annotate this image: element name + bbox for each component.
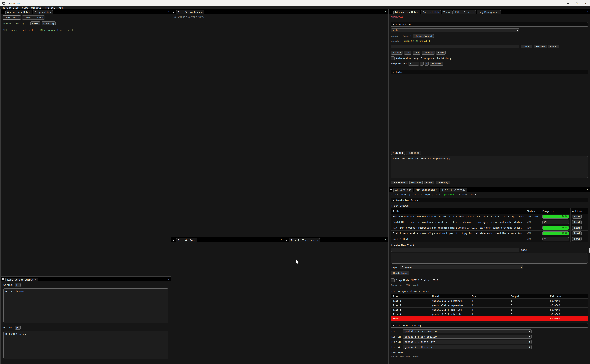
tier4-model-select[interactable]: gemini-2.5-flash-lite ▼ [403, 345, 532, 349]
delete-button[interactable]: Delete [548, 45, 559, 48]
tab-files-media[interactable]: Files & Media [453, 10, 476, 14]
dock-menu-icon[interactable] [390, 189, 392, 191]
message-textarea[interactable]: Read the first 10 lines of aggregate.py. [391, 156, 588, 178]
menu-view[interactable]: View [22, 6, 28, 9]
panel-close-icon[interactable]: ✕ [167, 10, 170, 13]
dock-menu-icon[interactable] [285, 239, 287, 241]
panel-close-icon[interactable]: ✕ [167, 278, 170, 280]
dock-menu-icon[interactable] [390, 11, 392, 13]
maximize-button[interactable]: ▢ [572, 0, 581, 6]
output-expand-button[interactable]: [+] [15, 326, 20, 330]
autoadd-checkbox[interactable] [391, 56, 395, 60]
tab-close-icon[interactable]: ✕ [201, 11, 202, 13]
collapse-all-button[interactable]: -All [404, 51, 411, 55]
subtab-comms-history[interactable]: Comms History [22, 15, 45, 20]
save-button[interactable]: Save [436, 51, 445, 55]
scrollbar-thumb[interactable] [589, 247, 590, 253]
tab-mma-dashboard[interactable]: MMA Dashboard ✕ [414, 188, 439, 192]
subtab-tool-calls[interactable]: Tool Calls [3, 15, 21, 20]
panel-close-icon[interactable]: ✕ [586, 188, 589, 191]
panel-close-icon[interactable]: ✕ [586, 10, 589, 13]
chevron-down-icon: ▼ [528, 341, 531, 343]
clear-button[interactable]: Clear [30, 21, 40, 25]
step-mode-checkbox[interactable] [391, 279, 395, 282]
panel-close-icon[interactable]: ✕ [384, 10, 387, 13]
panel-close-icon[interactable]: ✕ [280, 238, 283, 241]
tab-tier3-workers[interactable]: Tier 3: Workers ✕ [176, 10, 204, 14]
tab-tier4-qa[interactable]: Tier 4: QA ✕ [176, 238, 197, 242]
tab-log-management[interactable]: Log Management [477, 10, 501, 14]
tier2-model-select[interactable]: gemini-3-flash-preview ▼ [403, 335, 532, 339]
decrement-button[interactable]: - [420, 62, 423, 65]
add-entry-button[interactable]: + Entry [391, 51, 403, 55]
tier3-model-select[interactable]: gemini-2.5-flash-lite ▼ [403, 340, 532, 344]
script-expand-button[interactable]: [+] [15, 283, 20, 287]
dock-menu-icon[interactable] [173, 11, 174, 13]
minimize-button[interactable]: — [564, 0, 572, 6]
qa-tabstrip: Tier 4: QA ✕ ✕ [171, 237, 284, 242]
truncate-button[interactable]: Truncate [430, 62, 443, 65]
tab-close-icon[interactable]: ✕ [417, 11, 418, 13]
keep-pairs-input[interactable] [408, 62, 419, 65]
load-track-button[interactable]: Load [572, 231, 582, 235]
load-track-button[interactable]: Load [572, 220, 582, 224]
rename-button[interactable]: Rename [534, 45, 547, 48]
create-button[interactable]: Create [521, 45, 532, 48]
tier1-model-label: Tier 1: [391, 330, 402, 333]
tab-close-icon[interactable]: ✕ [317, 239, 318, 241]
track-description-textarea[interactable] [391, 253, 588, 264]
menu-view-2[interactable]: View [58, 6, 64, 9]
tab-discussion-hub[interactable]: Discussion Hub ✕ [393, 10, 420, 14]
close-button[interactable]: ✕ [581, 0, 590, 6]
dock-menu-icon[interactable] [173, 239, 174, 241]
discussions-section-header[interactable]: ▼ Discussions [391, 22, 588, 27]
panel-close-icon[interactable]: ✕ [384, 238, 387, 241]
md-only-button[interactable]: MD Only [409, 181, 423, 184]
clear-all-button[interactable]: Clear All [422, 51, 435, 55]
tab-tier2-tech-lead[interactable]: Tier 2: Tech Lead ✕ [289, 238, 320, 242]
output-textarea[interactable]: REJECTED by user [3, 331, 168, 359]
load-log-button[interactable]: Load Log [42, 21, 56, 25]
menu-project[interactable]: Project [45, 6, 55, 9]
discussion-name-input[interactable] [391, 45, 519, 48]
tab-context-hub[interactable]: Context Hub [421, 10, 441, 14]
dock-menu-icon[interactable] [2, 279, 4, 280]
discussion-hub-panel: Discussion Hub ✕ Context Hub Theme Files… [389, 9, 590, 187]
expand-all-button[interactable]: +All [413, 51, 421, 55]
load-track-button[interactable]: Load [572, 237, 582, 241]
roles-section-header[interactable]: ▶ Roles [391, 70, 588, 74]
tab-operations-hub[interactable]: Operations Hub ✕ [5, 10, 32, 14]
load-track-button[interactable]: Load [572, 226, 582, 230]
tab-diagnostics[interactable]: Diagnostics [33, 10, 53, 14]
tab-ai-settings[interactable]: AI Settings [393, 188, 413, 192]
script-textarea[interactable]: Get-ChildItem [3, 288, 168, 323]
tier-model-config-header[interactable]: ▼ Tier Model Config [391, 323, 588, 328]
conductor-setup-header[interactable]: ▶ Conductor Setup [391, 198, 588, 202]
tab-close-icon[interactable]: ✕ [35, 278, 36, 281]
gen-send-button[interactable]: Gen + Send [391, 181, 408, 184]
status-label: Status: [459, 193, 469, 196]
discussion-select[interactable]: main ▼ [391, 28, 519, 32]
message-tab[interactable]: Message [391, 151, 405, 155]
track-type-select[interactable]: feature ▼ [400, 265, 523, 269]
tab-tier1-strategy[interactable]: Tier 1: Strategy [440, 188, 467, 192]
track-name-input[interactable] [391, 248, 519, 252]
increment-button[interactable]: + [425, 62, 429, 65]
tab-theme[interactable]: Theme [442, 10, 453, 14]
tab-close-icon[interactable]: ✕ [436, 188, 437, 191]
tab-close-icon[interactable]: ✕ [29, 11, 30, 13]
tab-close-icon[interactable]: ✕ [194, 239, 195, 241]
tier2-tech-lead-panel: Tier 2: Tech Lead ✕ ✕ [284, 237, 388, 364]
tier1-model-select[interactable]: gemini-3.1-pro-preview ▼ [403, 329, 532, 333]
load-track-button[interactable]: Load [572, 214, 582, 219]
menu-windows[interactable]: Windows [31, 6, 41, 9]
response-tab[interactable]: Response [406, 151, 421, 155]
to-history-button[interactable]: -> History [436, 181, 450, 184]
create-track-button[interactable]: Create Track [391, 271, 409, 275]
dock-menu-icon[interactable] [2, 11, 4, 13]
tab-last-script-output[interactable]: Last Script Output ✕ [5, 278, 38, 281]
reset-button[interactable]: Reset [424, 181, 434, 184]
menu-manual-slop[interactable]: manual slop [3, 6, 19, 9]
status-value: IDLE [471, 193, 476, 196]
update-commit-button[interactable]: Update Commit [413, 34, 434, 38]
